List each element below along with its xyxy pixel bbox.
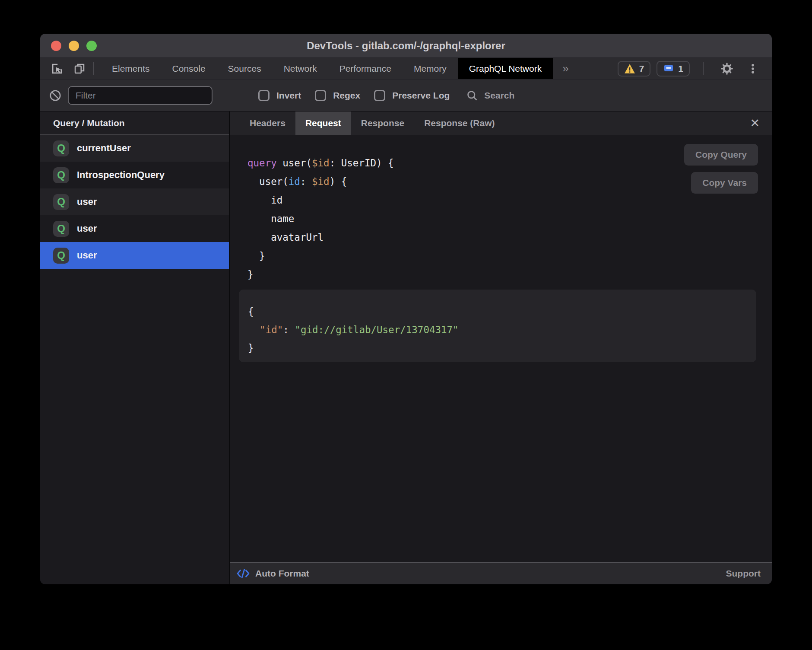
tab-request[interactable]: Request bbox=[295, 112, 351, 135]
query-list-item[interactable]: Q user bbox=[40, 215, 229, 242]
query-name: IntrospectionQuery bbox=[77, 169, 165, 181]
invert-checkbox-group[interactable]: Invert bbox=[258, 90, 301, 101]
preserve-log-checkbox-group[interactable]: Preserve Log bbox=[374, 90, 450, 101]
regex-checkbox bbox=[315, 90, 326, 101]
tab-sources[interactable]: Sources bbox=[217, 58, 273, 79]
query-name: user bbox=[77, 250, 97, 261]
query-type-badge: Q bbox=[53, 140, 69, 156]
window-title: DevTools - gitlab.com/-/graphql-explorer bbox=[40, 40, 772, 52]
query-list-header: Query / Mutation bbox=[40, 112, 229, 135]
tab-network[interactable]: Network bbox=[273, 58, 328, 79]
device-toolbar-icon[interactable] bbox=[73, 62, 86, 75]
support-link[interactable]: Support bbox=[726, 568, 761, 579]
query-name: currentUser bbox=[77, 143, 131, 154]
code-brackets-icon bbox=[237, 568, 250, 579]
search-icon bbox=[466, 89, 478, 102]
query-list-item[interactable]: Q user bbox=[40, 188, 229, 215]
preserve-log-label: Preserve Log bbox=[392, 90, 450, 101]
auto-format-label: Auto Format bbox=[255, 568, 309, 579]
detail-tabbar: Headers Request Response Response (Raw) … bbox=[230, 112, 772, 135]
graphql-query-code: query user($id: UserID) { user(id: $id) … bbox=[247, 154, 394, 284]
kebab-menu-icon[interactable] bbox=[743, 62, 762, 75]
regex-label: Regex bbox=[333, 90, 360, 101]
copy-vars-button[interactable]: Copy Vars bbox=[691, 172, 758, 194]
filter-input[interactable] bbox=[68, 86, 213, 105]
warning-count: 7 bbox=[639, 64, 644, 74]
content-area: Query / Mutation Q currentUser Q Introsp… bbox=[40, 112, 772, 584]
traffic-lights bbox=[51, 34, 97, 57]
tab-console[interactable]: Console bbox=[161, 58, 217, 79]
window-titlebar: DevTools - gitlab.com/-/graphql-explorer bbox=[40, 34, 772, 57]
devtools-tabbar: Elements Console Sources Network Perform… bbox=[40, 57, 772, 79]
toolbar-divider bbox=[93, 62, 94, 75]
more-tabs-chevron-icon[interactable]: » bbox=[553, 58, 578, 79]
invert-checkbox bbox=[258, 90, 270, 101]
tab-memory[interactable]: Memory bbox=[403, 58, 458, 79]
messages-badge[interactable]: 1 bbox=[657, 61, 690, 76]
query-name: user bbox=[77, 223, 97, 234]
close-window-button[interactable] bbox=[51, 41, 61, 51]
query-list-empty-space bbox=[40, 269, 229, 584]
auto-format-button[interactable]: Auto Format bbox=[237, 568, 309, 579]
warning-triangle-icon bbox=[624, 64, 635, 74]
tab-response[interactable]: Response bbox=[351, 112, 414, 135]
query-list-panel: Query / Mutation Q currentUser Q Introsp… bbox=[40, 112, 230, 584]
invert-label: Invert bbox=[276, 90, 301, 101]
tab-graphql-network[interactable]: GraphQL Network bbox=[458, 58, 553, 79]
request-tab-content: query user($id: UserID) { user(id: $id) … bbox=[230, 135, 772, 562]
settings-gear-icon[interactable] bbox=[717, 62, 737, 76]
detail-footer: Auto Format Support bbox=[230, 562, 772, 584]
query-type-badge: Q bbox=[53, 194, 69, 210]
query-list-item-selected[interactable]: Q user bbox=[40, 242, 229, 269]
inspect-element-icon[interactable] bbox=[51, 62, 63, 75]
minimize-window-button[interactable] bbox=[69, 41, 79, 51]
query-list-item[interactable]: Q currentUser bbox=[40, 135, 229, 162]
query-variables-box: { "id": "gid://gitlab/User/13704317"} bbox=[239, 290, 756, 362]
preserve-log-checkbox bbox=[374, 90, 385, 101]
block-requests-icon[interactable] bbox=[49, 89, 62, 102]
request-detail-panel: Headers Request Response Response (Raw) … bbox=[230, 112, 772, 584]
zoom-window-button[interactable] bbox=[86, 41, 97, 51]
search-button[interactable]: Search bbox=[466, 89, 514, 102]
devtools-toolbar-icons bbox=[40, 58, 86, 79]
query-type-badge: Q bbox=[53, 167, 69, 183]
tabbar-right-cluster: 7 1 bbox=[618, 58, 772, 79]
tab-headers[interactable]: Headers bbox=[240, 112, 295, 135]
copy-query-button[interactable]: Copy Query bbox=[684, 144, 758, 166]
message-bubble-icon bbox=[663, 64, 674, 74]
query-list-item[interactable]: Q IntrospectionQuery bbox=[40, 162, 229, 188]
query-type-badge: Q bbox=[53, 221, 69, 237]
regex-checkbox-group[interactable]: Regex bbox=[315, 90, 360, 101]
query-name: user bbox=[77, 196, 97, 207]
query-type-badge: Q bbox=[53, 248, 69, 264]
close-detail-icon[interactable]: ✕ bbox=[750, 118, 760, 129]
tabbar-right-divider bbox=[703, 62, 704, 75]
tab-elements[interactable]: Elements bbox=[101, 58, 161, 79]
search-label: Search bbox=[484, 90, 514, 101]
tab-performance[interactable]: Performance bbox=[328, 58, 403, 79]
tab-response-raw[interactable]: Response (Raw) bbox=[414, 112, 504, 135]
filter-bar: Invert Regex Preserve Log Search bbox=[40, 79, 772, 112]
warnings-badge[interactable]: 7 bbox=[618, 61, 651, 76]
devtools-window: DevTools - gitlab.com/-/graphql-explorer… bbox=[40, 34, 772, 584]
message-count: 1 bbox=[678, 64, 683, 74]
